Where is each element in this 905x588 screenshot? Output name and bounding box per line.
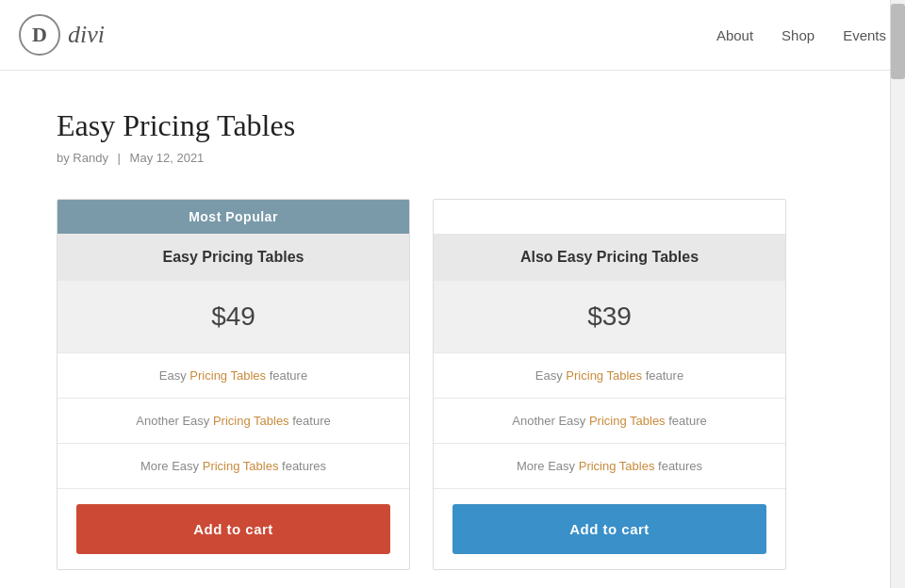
meta-author: Randy: [73, 151, 108, 165]
scrollbar-thumb[interactable]: [891, 4, 905, 79]
card-1-feature-1: Easy Pricing Tables feature: [58, 352, 409, 398]
card-2-feature-2: Another Easy Pricing Tables feature: [434, 398, 785, 443]
nav-item-about[interactable]: About: [716, 27, 753, 43]
card-1-name: Easy Pricing Tables: [58, 234, 409, 281]
site-logo[interactable]: D divi: [19, 14, 105, 56]
card-2-price: $39: [434, 281, 785, 352]
nav-item-shop[interactable]: Shop: [782, 27, 814, 43]
main-nav: About Shop Events: [716, 27, 886, 43]
site-header: D divi About Shop Events: [0, 0, 905, 71]
card-1-features: Easy Pricing Tables feature Another Easy…: [58, 352, 409, 488]
card-2-feature-1: Easy Pricing Tables feature: [434, 352, 785, 398]
card-2-add-to-cart-button[interactable]: Add to cart: [452, 504, 766, 554]
card-1-add-to-cart-button[interactable]: Add to cart: [76, 504, 390, 554]
page-title: Easy Pricing Tables: [57, 108, 811, 143]
meta-by: by: [57, 151, 70, 165]
pricing-card-1: Most Popular Easy Pricing Tables $49 Eas…: [57, 199, 410, 570]
page-meta: by Randy | May 12, 2021: [57, 151, 811, 165]
scrollbar[interactable]: [890, 0, 905, 588]
logo-icon: D: [19, 14, 60, 56]
card-2-feature-3: More Easy Pricing Tables features: [434, 443, 785, 488]
main-content: Easy Pricing Tables by Randy | May 12, 2…: [0, 71, 867, 588]
card-1-feature-2: Another Easy Pricing Tables feature: [58, 398, 409, 443]
meta-date: May 12, 2021: [130, 151, 205, 165]
card-1-feature-3: More Easy Pricing Tables features: [58, 443, 409, 488]
card-1-badge: Most Popular: [58, 200, 409, 234]
pricing-card-2: Also Easy Pricing Tables $39 Easy Pricin…: [433, 199, 786, 570]
card-1-price: $49: [58, 281, 409, 352]
card-2-cta: Add to cart: [434, 488, 785, 569]
card-2-badge-spacer: [434, 200, 785, 234]
card-1-cta: Add to cart: [58, 488, 409, 569]
card-2-features: Easy Pricing Tables feature Another Easy…: [434, 352, 785, 488]
nav-item-events[interactable]: Events: [843, 27, 886, 43]
pricing-tables: Most Popular Easy Pricing Tables $49 Eas…: [57, 199, 811, 570]
logo-text: divi: [68, 21, 105, 49]
meta-separator: |: [118, 151, 121, 165]
card-2-name: Also Easy Pricing Tables: [434, 234, 785, 281]
